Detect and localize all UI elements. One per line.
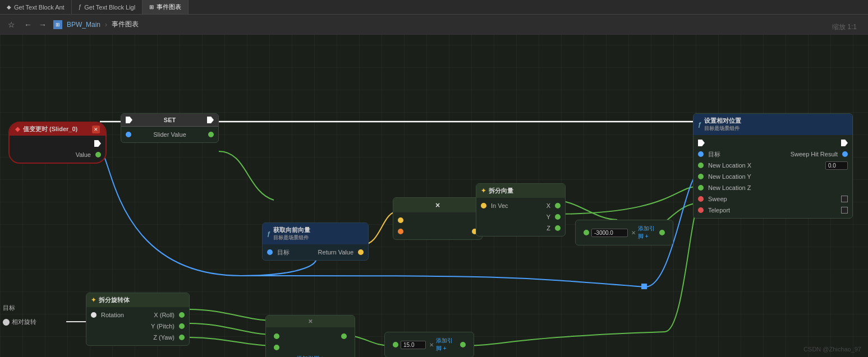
br-z-pin <box>179 335 185 340</box>
event-close-button[interactable]: ✕ <box>92 126 100 133</box>
set-exec-out <box>207 117 214 123</box>
set-relative-title: 设置相对位置 <box>704 117 741 125</box>
val-neg3000-in <box>584 230 589 235</box>
tab-event[interactable]: ⊞ 事件图表 <box>143 0 189 14</box>
sr-exec-row <box>694 137 852 149</box>
sr-teleport-checkbox[interactable] <box>841 207 848 214</box>
value-15-node: ✕ 添加引脚 + <box>384 332 474 357</box>
val-neg3000-row: ✕ 添加引脚 + <box>579 224 669 242</box>
remove-icon-left: ✕ <box>308 318 313 324</box>
breadcrumb-bar: ☆ ← → ⊞ BPW_Main › 事件图表 <box>0 15 868 35</box>
val-15-input[interactable] <box>401 341 426 349</box>
forward-button[interactable]: → <box>36 19 49 30</box>
slider-value-row: Slider Value <box>121 129 218 140</box>
relative-rotation-label: 相对旋转 <box>12 318 36 326</box>
add-pin-left-out <box>341 333 347 339</box>
sr-new-loc-z-pin <box>698 185 704 191</box>
neg3000-input[interactable] <box>591 229 628 237</box>
junction-dot <box>641 284 647 289</box>
sr-teleport-label: Teleport <box>708 207 839 214</box>
add-pin-node-left: ✕ 添加引脚 + <box>265 315 355 357</box>
val-neg3000-out <box>659 230 665 235</box>
break-rotator-body: Rotation X (Roll) Y (Pitch) Z (Yaw) <box>86 307 189 345</box>
br-y-row: Y (Pitch) <box>86 321 189 332</box>
mult-in-row2 <box>393 226 482 237</box>
set-target-in <box>126 132 131 137</box>
get-forward-header: ƒ 获取向前向量 目标是场景组件 <box>263 223 368 244</box>
gf-target-label: 目标 <box>277 248 316 257</box>
value-label: Value <box>76 151 91 158</box>
break-vec-x <box>555 203 561 208</box>
tab-light[interactable]: ƒ Get Text Block Ligl <box>72 0 143 14</box>
tab-event-label: 事件图表 <box>157 3 181 11</box>
break-vec-z-label: Z <box>546 225 550 231</box>
set-node: SET Slider Value <box>121 113 219 143</box>
add-pin-left-in2 <box>274 345 279 350</box>
tab-ant-label: Get Text Block Ant <box>14 4 65 11</box>
sr-sweep-checkbox[interactable] <box>841 196 848 202</box>
multiply-node: × <box>393 197 483 240</box>
break-vec-in <box>481 203 486 208</box>
tab-light-label: Get Text Block Ligl <box>84 4 135 11</box>
tab-ant[interactable]: ◆ Get Text Block Ant <box>0 0 72 14</box>
value-neg3000-node: ✕ 添加引脚 + <box>575 220 673 245</box>
value-row: Value <box>10 149 105 160</box>
gf-return-label: Return Value <box>318 249 353 256</box>
set-relative-subtitle: 目标是场景组件 <box>704 125 741 132</box>
sr-new-loc-x-pin <box>698 163 704 168</box>
value-pin <box>95 152 101 157</box>
breadcrumb-icon: ⊞ <box>53 20 62 29</box>
break-vector-node: ✦ 拆分向量 In Vec X Y Z <box>476 183 566 237</box>
sr-new-loc-z-label: New Location Z <box>708 184 848 191</box>
get-forward-title: 获取向前向量 <box>273 226 310 234</box>
break-vector-body: In Vec X Y Z <box>476 198 565 236</box>
set-header: SET <box>121 114 218 127</box>
sr-sweep-row: Sweep <box>694 193 852 205</box>
break-vec-z <box>555 225 561 231</box>
break-rotator-node: ✦ 拆分旋转体 Rotation X (Roll) Y (Pitch) Z (Y… <box>86 293 190 346</box>
sr-teleport-row: Teleport <box>694 205 852 216</box>
add-pin-left-in1 <box>274 333 279 339</box>
add-pin-left-body: 添加引脚 + <box>266 327 355 357</box>
sr-target-in <box>698 151 704 157</box>
sr-target-row: 目标 Sweep Hit Result <box>694 149 852 160</box>
sr-new-loc-y-row: New Location Y <box>694 171 852 182</box>
val-15-in <box>393 342 398 347</box>
add-pin-15[interactable]: 添加引脚 + <box>436 337 458 353</box>
event-body: Value <box>10 136 105 163</box>
add-pin-neg3000[interactable]: 添加引脚 + <box>638 225 657 240</box>
tab-event-icon: ⊞ <box>149 4 154 10</box>
event-node-slider: ◆ 值变更时 (Slider_0) ✕ Value <box>8 122 107 164</box>
blueprint-canvas[interactable]: ◆ 值变更时 (Slider_0) ✕ Value SET <box>0 35 868 357</box>
br-rotation-row: Rotation X (Roll) <box>86 309 189 321</box>
set-relative-body: 目标 Sweep Hit Result New Location X New L… <box>694 135 852 218</box>
breadcrumb-root[interactable]: BPW_Main <box>67 21 100 29</box>
val-15-row: ✕ 添加引脚 + <box>388 336 470 354</box>
br-rotation-in <box>91 312 97 318</box>
mult-in1 <box>398 217 403 223</box>
break-vector-header: ✦ 拆分向量 <box>476 184 565 198</box>
slider-value-label: Slider Value <box>153 131 186 138</box>
add-pin-left-header: ✕ <box>266 316 355 327</box>
back-button[interactable]: ← <box>22 19 34 30</box>
sr-new-loc-x-label: New Location X <box>708 162 823 169</box>
br-x-pin <box>179 312 185 318</box>
break-vec-x-label: X <box>546 202 550 209</box>
sr-sweep-pin <box>698 196 704 202</box>
bookmark-button[interactable]: ☆ <box>6 19 17 30</box>
get-forward-node: ƒ 获取向前向量 目标是场景组件 目标 Return Value <box>262 222 369 261</box>
br-z-label: Z (Yaw) <box>153 334 174 341</box>
val-15-body: ✕ 添加引脚 + <box>385 332 474 357</box>
multiply-body <box>393 212 482 239</box>
sr-sweep-hit-pin <box>842 151 848 157</box>
break-rotator-header: ✦ 拆分旋转体 <box>86 293 189 307</box>
set-body: Slider Value <box>121 127 218 142</box>
break-vector-title: 拆分向量 <box>489 187 513 195</box>
multiply-header: × <box>393 198 482 212</box>
set-exec-in <box>126 117 132 123</box>
sr-exec-in <box>698 140 705 146</box>
new-loc-x-input[interactable] <box>825 161 848 170</box>
multiply-symbol: × <box>435 201 440 210</box>
exec-out-pin <box>94 140 101 147</box>
br-z-row: Z (Yaw) <box>86 332 189 343</box>
